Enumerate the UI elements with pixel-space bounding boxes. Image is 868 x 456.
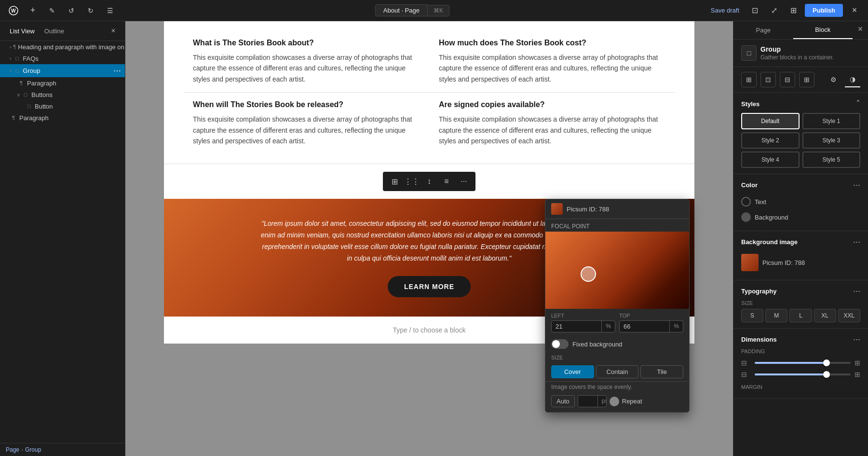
typography-header: Typography ··· [741, 286, 860, 296]
layout-button[interactable]: ⊟ [780, 72, 795, 87]
size-m-button[interactable]: M [765, 309, 787, 322]
fixed-background-toggle[interactable] [551, 339, 569, 349]
slider-thumb-2[interactable] [823, 371, 830, 378]
publish-button[interactable]: Publish [805, 4, 843, 17]
size-label: SIZE [741, 300, 860, 306]
bg-image-thumbnail [741, 254, 759, 271]
tree-item-label: Buttons [31, 91, 53, 98]
tree-item-paragraph[interactable]: ¶ Paragraph [0, 77, 125, 89]
padding-track-1[interactable] [755, 362, 851, 364]
settings-tab-button[interactable]: ⚙ [826, 72, 841, 87]
right-panel-close-button[interactable]: × [853, 21, 868, 37]
more-options-icon[interactable]: ⋯ [113, 66, 121, 75]
fullscreen-button[interactable]: ⤢ [766, 3, 782, 18]
tree-item-faqs[interactable]: › □ FAQs [0, 53, 125, 64]
page-tab[interactable]: Page [733, 21, 793, 39]
breadcrumb-page[interactable]: Page [6, 446, 19, 453]
padding-icon-1: ⊟ [741, 359, 751, 367]
page-title-area: About · Page ⌘K [122, 4, 703, 16]
slider-fill-1 [755, 362, 827, 364]
size-s-button[interactable]: S [741, 309, 763, 322]
breadcrumb: Page › Group [0, 443, 125, 456]
panel-close-button[interactable]: × [108, 25, 119, 37]
block-type-icon: □ [741, 45, 757, 61]
style-default[interactable]: Default [741, 113, 800, 129]
tree-item-label: FAQs [23, 55, 39, 62]
outline-tab[interactable]: Outline [41, 26, 68, 37]
block-type-button[interactable]: ⊞ [387, 174, 402, 189]
transform-button[interactable]: ⊡ [760, 72, 776, 87]
editor-toggle-button[interactable]: ⊞ [786, 3, 801, 18]
auto-button[interactable]: Auto [551, 395, 575, 407]
px-value-input[interactable] [578, 396, 597, 407]
list-view-tab[interactable]: List View [6, 26, 39, 37]
slider-expand-2[interactable]: ⊞ [854, 371, 860, 378]
size-l-button[interactable]: L [789, 309, 812, 322]
faq-item-3: When will The Stories Book be released? … [183, 92, 429, 154]
focal-point-image[interactable] [545, 232, 689, 309]
focal-left-input[interactable] [552, 321, 601, 332]
focal-top-unit: % [669, 321, 683, 332]
tree-item-label: Heading and paragraph with image on t... [18, 43, 133, 51]
size-hint: Image covers the space evenly. [545, 382, 689, 392]
bg-image-title: Background image [741, 238, 798, 246]
text-color-row[interactable]: Text [741, 194, 860, 209]
save-draft-button[interactable]: Save draft [707, 5, 743, 16]
size-tile-tab[interactable]: Tile [640, 365, 683, 378]
tree-item-heading[interactable]: › ¶ Heading and paragraph with image on … [0, 41, 125, 53]
svg-text:W: W [11, 8, 16, 14]
tree-item-buttons[interactable]: v □ Buttons [0, 89, 125, 100]
faq-grid: What is The Stories Book about? This exq… [164, 21, 694, 164]
styles-section: Styles ˄ Default Style 1 Style 2 Style 3… [733, 93, 868, 174]
slider-thumb-1[interactable] [823, 359, 830, 366]
color-expand[interactable]: ··· [853, 180, 860, 190]
focal-top-input[interactable] [620, 321, 669, 332]
focal-dot[interactable] [581, 266, 596, 282]
faq-question-2: How much does The Stories Book cost? [439, 39, 665, 47]
tree-item-paragraph2[interactable]: ¶ Paragraph [0, 112, 125, 124]
add-block-button[interactable]: + [25, 3, 41, 18]
bg-image-expand[interactable]: ··· [853, 237, 860, 247]
document-overview-button[interactable]: ☰ [102, 3, 118, 18]
preview-button[interactable]: ⊡ [747, 3, 762, 18]
style-3[interactable]: Style 3 [802, 132, 861, 149]
style-4[interactable]: Style 4 [741, 152, 800, 168]
padding-track-2[interactable] [755, 373, 851, 375]
tools-button[interactable]: ✎ [44, 3, 60, 18]
size-cover-tab[interactable]: Cover [551, 365, 594, 378]
more-options-button[interactable]: ··· [456, 174, 472, 189]
copy-styles-button[interactable]: ⊞ [741, 72, 757, 87]
size-xxl-button[interactable]: XXL [838, 309, 860, 322]
tree-item-group[interactable]: › □ Group ⋯ [0, 64, 125, 77]
grid-button[interactable]: ⊞ [799, 72, 814, 87]
color-title: Color [741, 181, 758, 189]
faq-answer-2: This exquisite compilation showcases a d… [439, 52, 665, 84]
styles-tab-button[interactable]: ◑ [845, 72, 860, 87]
background-color-label: Background [755, 214, 860, 221]
background-color-row[interactable]: Background [741, 209, 860, 225]
align-button[interactable]: ≡ [439, 174, 454, 189]
size-contain-tab[interactable]: Contain [596, 365, 639, 378]
style-1[interactable]: Style 1 [802, 113, 861, 129]
settings-panel-toggle[interactable]: × [847, 3, 862, 18]
move-button[interactable]: ↕ [421, 174, 437, 189]
redo-button[interactable]: ↻ [83, 3, 98, 18]
bg-image-row[interactable]: Picsum ID: 788 [741, 251, 860, 274]
cover-learn-more-button[interactable]: LEARN MORE [388, 276, 471, 297]
tree-item-button[interactable]: □ Button [0, 100, 125, 112]
focal-left-label: LEFT [551, 313, 615, 318]
styles-expand[interactable]: ˄ [856, 98, 860, 109]
style-5[interactable]: Style 5 [802, 152, 861, 168]
faq-item-1: What is The Stories Book about? This exq… [183, 31, 429, 92]
block-tab[interactable]: Block [793, 21, 853, 39]
repeat-toggle-circle[interactable] [610, 397, 619, 406]
undo-button[interactable]: ↺ [64, 3, 79, 18]
breadcrumb-group[interactable]: Group [25, 446, 41, 453]
canvas-inner: What is The Stories Book about? This exq… [164, 21, 694, 344]
drag-handle-button[interactable]: ⋮⋮ [404, 174, 420, 189]
dimensions-expand[interactable]: ··· [853, 334, 860, 345]
typography-expand[interactable]: ··· [853, 286, 860, 296]
size-xl-button[interactable]: XL [814, 309, 836, 322]
style-2[interactable]: Style 2 [741, 132, 800, 149]
slider-expand-1[interactable]: ⊞ [854, 359, 860, 367]
